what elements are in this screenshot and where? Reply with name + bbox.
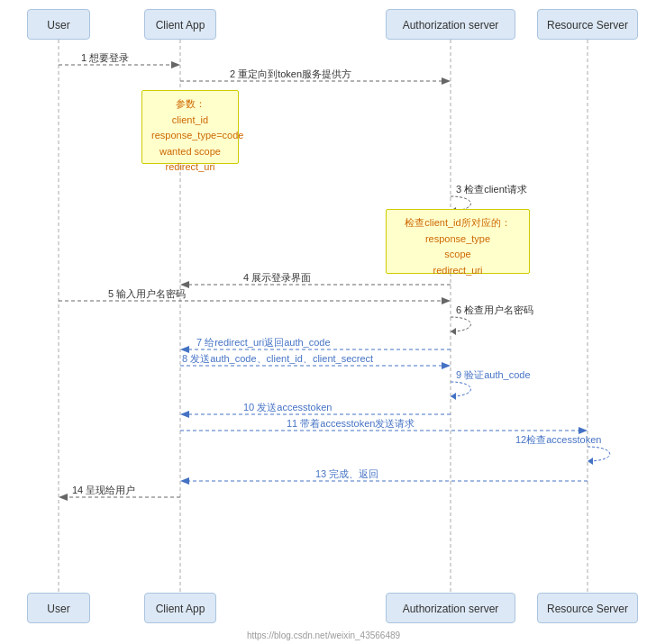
svg-marker-33	[579, 427, 588, 434]
svg-text:10 发送accesstoken: 10 发送accesstoken	[243, 402, 332, 413]
svg-text:7 给redirect_uri返回auth_code: 7 给redirect_uri返回auth_code	[196, 337, 331, 348]
svg-marker-38	[180, 477, 189, 485]
check-note: 检查client_id所对应的： response_type scope red…	[386, 209, 530, 274]
svg-text:14 呈现给用户: 14 呈现给用户	[72, 485, 135, 495]
svg-marker-8	[442, 77, 451, 85]
actor-client-bottom: Client App	[144, 593, 216, 623]
params-note: 参数： client_id response_type=code wanted …	[141, 90, 239, 164]
svg-marker-22	[180, 346, 189, 353]
actor-authserver-bottom: Authorization server	[386, 593, 515, 623]
svg-text:2 重定向到token服务提供方: 2 重定向到token服务提供方	[230, 68, 351, 79]
actor-user-top: User	[27, 9, 90, 40]
actor-authserver-top: Authorization server	[386, 9, 515, 40]
svg-marker-27	[451, 393, 456, 400]
svg-text:13 完成、返回: 13 完成、返回	[315, 468, 378, 479]
svg-text:11 带着accesstoken发送请求: 11 带着accesstoken发送请求	[287, 418, 415, 429]
actor-user-bottom: User	[27, 593, 90, 623]
svg-marker-41	[59, 494, 68, 501]
svg-text:8 发送auth_code、client_id、client: 8 发送auth_code、client_id、client_secrect	[182, 353, 373, 364]
watermark: https://blog.csdn.net/weixin_43566489	[247, 630, 400, 640]
actor-client-top: Client App	[144, 9, 216, 40]
svg-text:1 想要登录: 1 想要登录	[81, 52, 129, 63]
diagram-container: 1 想要登录 2 重定向到token服务提供方 3 检查client请求 4 展…	[0, 0, 647, 644]
actor-resource-top: Resource Server	[537, 9, 638, 40]
sequence-diagram-svg: 1 想要登录 2 重定向到token服务提供方 3 检查client请求 4 展…	[0, 0, 647, 644]
svg-text:9 验证auth_code: 9 验证auth_code	[456, 369, 531, 380]
svg-marker-14	[180, 281, 189, 288]
svg-text:5 输入用户名密码: 5 输入用户名密码	[108, 288, 186, 299]
svg-marker-35	[588, 458, 593, 465]
actor-resource-bottom: Resource Server	[537, 593, 638, 623]
svg-marker-25	[442, 362, 451, 369]
svg-marker-30	[180, 411, 189, 418]
svg-marker-5	[171, 61, 180, 68]
svg-marker-17	[442, 297, 451, 304]
svg-text:3 检查client请求: 3 检查client请求	[456, 184, 527, 195]
svg-marker-19	[451, 328, 456, 335]
svg-text:4 展示登录界面: 4 展示登录界面	[243, 272, 311, 283]
svg-text:6 检查用户名密码: 6 检查用户名密码	[456, 304, 533, 315]
svg-text:12检查accesstoken: 12检查accesstoken	[515, 434, 601, 445]
